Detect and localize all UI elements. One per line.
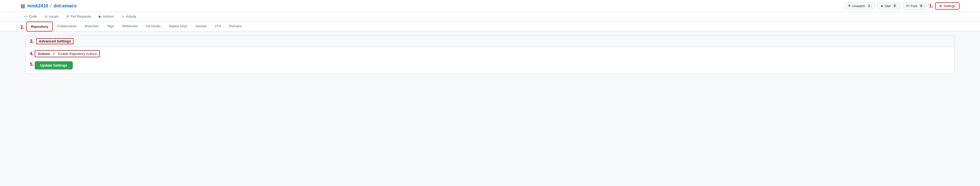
section-header: 3. Advanced Settings — [26, 36, 954, 47]
advanced-settings-section: 3. Advanced Settings 4. Actions ✓ Enable… — [25, 35, 955, 74]
actions-row: 4. Actions ✓ Enable Repository Actions — [30, 50, 950, 57]
tab-secrets[interactable]: Secrets — [191, 22, 211, 31]
repo-icon: ▩ — [21, 3, 25, 9]
tab-collaborators[interactable]: Collaborators — [53, 22, 81, 31]
actions-icon: ▶ — [99, 14, 101, 18]
step2-label: 2. — [21, 23, 25, 30]
settings-icon: ⚙ — [939, 4, 942, 8]
tab-git-hooks[interactable]: Git Hooks — [142, 22, 165, 31]
section-body: 4. Actions ✓ Enable Repository Actions 5… — [26, 47, 954, 74]
activity-icon: ∿ — [121, 14, 124, 18]
section-title: Advanced Settings — [36, 38, 73, 44]
step1-label: 1. — [929, 3, 933, 9]
fork-button[interactable]: ⒳ Fork 0 — [903, 2, 927, 9]
eye-icon: 👁 — [848, 4, 851, 8]
nav-pull-requests[interactable]: ⇄ Pull Requests — [63, 12, 95, 21]
tab-tags[interactable]: Tags — [103, 22, 118, 31]
nav-actions[interactable]: ▶ Actions — [95, 12, 118, 21]
repo-action-buttons: 👁 Unwatch 1 ★ Star 0 ⒳ Fork 0 1. ⚙ Setti… — [845, 2, 959, 9]
star-label: Star — [885, 4, 891, 8]
repo-owner-link[interactable]: mmk2410 — [27, 3, 48, 9]
main-content: 3. Advanced Settings 4. Actions ✓ Enable… — [0, 31, 980, 78]
star-count: 0 — [892, 4, 897, 8]
star-icon: ★ — [880, 4, 883, 8]
fork-icon: ⒳ — [906, 3, 909, 8]
unwatch-label: Unwatch — [853, 4, 865, 8]
step4-label: 4. — [30, 51, 34, 57]
tab-runners[interactable]: Runners — [225, 22, 246, 31]
top-header: ▩ mmk2410 / dot-emacs 👁 Unwatch 1 ★ Star… — [0, 0, 980, 12]
step3-label: 3. — [30, 39, 34, 44]
pull-requests-icon: ⇄ — [66, 14, 69, 18]
unwatch-count: 1 — [866, 4, 872, 8]
issues-icon: ◎ — [45, 14, 48, 18]
checkbox-checked-icon: ✓ — [52, 52, 56, 56]
tab-lfs[interactable]: LFS — [211, 22, 225, 31]
tab-webhooks[interactable]: Webhooks — [118, 22, 142, 31]
fork-label: Fork — [911, 4, 917, 8]
fork-count: 0 — [918, 4, 924, 8]
unwatch-button[interactable]: 👁 Unwatch 1 — [845, 2, 875, 9]
tab-branches[interactable]: Branches — [81, 22, 103, 31]
nav-code[interactable]: <> Code — [21, 12, 41, 21]
enable-actions-label: Enable Repository Actions — [58, 52, 97, 56]
repo-name-link[interactable]: dot-emacs — [54, 3, 76, 9]
repo-title: ▩ mmk2410 / dot-emacs — [21, 3, 76, 9]
nav-activity[interactable]: ∿ Activity — [118, 12, 140, 21]
star-button[interactable]: ★ Star 0 — [877, 2, 901, 9]
code-icon: <> — [24, 15, 27, 18]
nav-issues[interactable]: ◎ Issues — [41, 12, 62, 21]
nav-bar: <> Code ◎ Issues ⇄ Pull Requests ▶ Actio… — [0, 12, 980, 22]
tab-deploy-keys[interactable]: Deploy Keys — [165, 22, 191, 31]
update-settings-row: 5. Update Settings — [30, 59, 950, 69]
update-settings-button[interactable]: Update Settings — [35, 61, 73, 69]
settings-tabs: 2. Repository Collaborators Branches Tag… — [0, 22, 980, 31]
repo-separator: / — [50, 3, 52, 9]
step5-label: 5. — [30, 62, 34, 67]
actions-prefix: Actions — [38, 52, 50, 56]
settings-button[interactable]: ⚙ Settings — [935, 2, 959, 9]
tab-repository[interactable]: Repository — [26, 22, 53, 32]
settings-label: Settings — [943, 4, 956, 8]
